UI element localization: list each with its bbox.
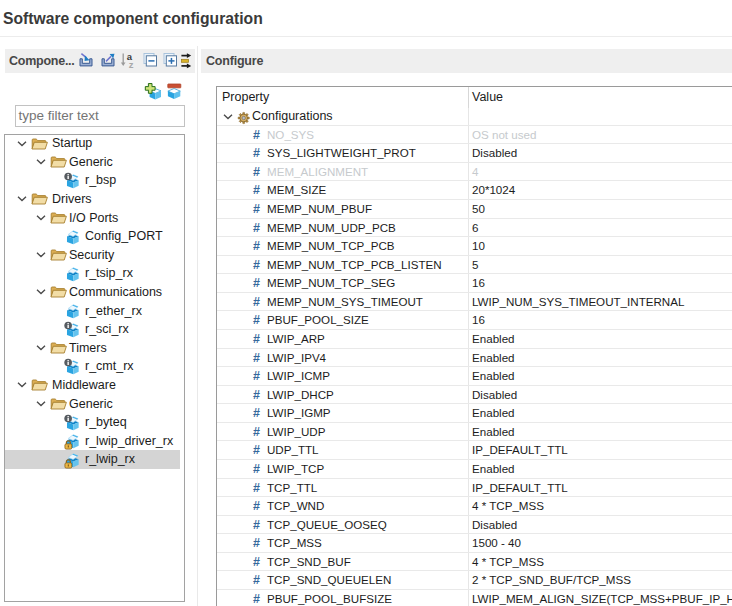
svg-text:z: z [128, 59, 133, 70]
